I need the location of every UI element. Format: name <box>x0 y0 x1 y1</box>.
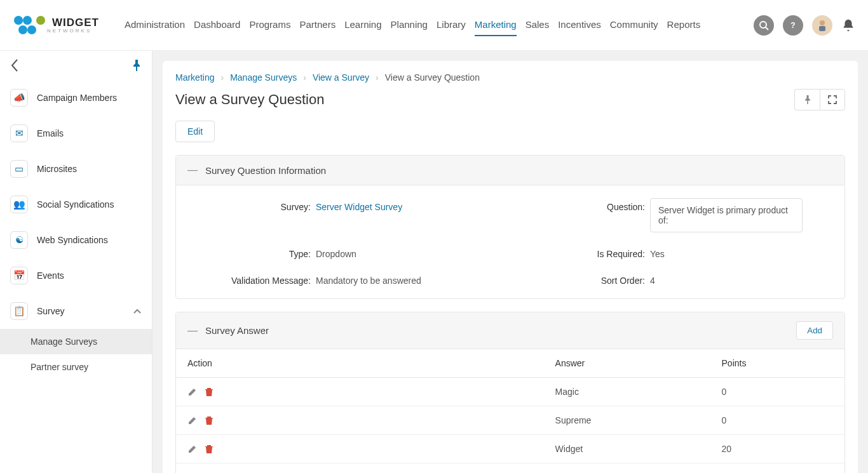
table-row: Magic 0 <box>176 378 844 406</box>
search-icon[interactable] <box>754 15 774 36</box>
question-value: Server Widget is primary product of: <box>650 198 803 232</box>
nav-administration[interactable]: Administration <box>125 14 185 36</box>
sidebar: 📣 Campaign Members ✉ Emails ▭ Microsites… <box>0 51 153 473</box>
collapse-icon[interactable]: — <box>187 325 198 336</box>
chevron-up-icon <box>133 308 142 314</box>
svg-point-0 <box>14 16 23 25</box>
nav-sales[interactable]: Sales <box>526 14 550 36</box>
collapse-icon[interactable]: — <box>187 164 198 176</box>
points-cell: 0 <box>710 378 844 406</box>
trash-icon[interactable] <box>204 387 214 397</box>
points-cell: 20 <box>710 435 844 463</box>
sort-value: 4 <box>650 272 832 286</box>
nav-learning[interactable]: Learning <box>344 14 381 36</box>
sort-label: Sort Order: <box>523 272 650 286</box>
survey-icon: 📋 <box>10 302 28 320</box>
nav-partners[interactable]: Partners <box>299 14 336 36</box>
svg-point-2 <box>18 25 27 34</box>
email-icon: ✉ <box>10 124 28 142</box>
add-answer-button[interactable]: Add <box>796 321 833 340</box>
breadcrumb-marketing[interactable]: Marketing <box>175 72 214 83</box>
sidebar-item-microsites[interactable]: ▭ Microsites <box>0 151 152 187</box>
panel-title: Survey Answer <box>205 325 269 336</box>
pin-page-button[interactable] <box>794 89 820 110</box>
header: WIDGET NETWORKS Administration Dashboard… <box>0 0 868 51</box>
sidebar-sub-manage-surveys[interactable]: Manage Surveys <box>0 329 152 354</box>
main-content: Marketing › Manage Surveys › View a Surv… <box>153 51 868 473</box>
nav-dashboard[interactable]: Dashboard <box>194 14 240 36</box>
title-actions <box>794 89 845 110</box>
answer-panel: — Survey Answer Add Action Answer Points <box>175 312 845 473</box>
chevron-right-icon: › <box>376 72 379 83</box>
answer-cell: Supreme <box>544 406 710 435</box>
table-row: Supreme 0 <box>176 406 844 435</box>
required-value: Yes <box>650 245 832 259</box>
sidebar-item-label: Social Syndications <box>37 199 114 210</box>
answers-table: Action Answer Points Magic 0 <box>176 349 844 473</box>
sidebar-item-label: Web Syndications <box>37 235 108 245</box>
svg-point-5 <box>760 22 766 28</box>
required-label: Is Required: <box>523 245 650 259</box>
edit-icon[interactable] <box>187 387 198 397</box>
chevron-right-icon: › <box>303 72 306 83</box>
nav-reports[interactable]: Reports <box>667 14 701 36</box>
type-label: Type: <box>189 245 316 259</box>
nav-incentives[interactable]: Incentives <box>558 14 601 36</box>
edit-button[interactable]: Edit <box>175 121 215 142</box>
header-right: ? <box>754 15 855 36</box>
trash-icon[interactable] <box>204 444 214 454</box>
svg-point-1 <box>23 16 32 25</box>
main-nav: Administration Dashboard Programs Partne… <box>125 14 754 36</box>
chevron-right-icon: › <box>220 72 224 83</box>
sidebar-item-label: Emails <box>37 128 64 138</box>
sidebar-collapse-icon[interactable] <box>10 58 19 72</box>
sidebar-item-survey[interactable]: 📋 Survey <box>0 293 152 329</box>
events-icon: 📅 <box>10 267 28 284</box>
answer-cell: Widget <box>544 435 710 463</box>
sidebar-item-events[interactable]: 📅 Events <box>0 258 152 293</box>
notifications-icon[interactable] <box>841 18 855 32</box>
avatar[interactable] <box>812 15 832 36</box>
answer-cell: Magic <box>544 378 710 406</box>
nav-library[interactable]: Library <box>437 14 466 36</box>
sidebar-item-campaign-members[interactable]: 📣 Campaign Members <box>0 80 152 116</box>
sidebar-sub-partner-survey[interactable]: Partner survey <box>0 354 152 380</box>
nav-community[interactable]: Community <box>610 14 658 36</box>
fullscreen-button[interactable] <box>820 89 845 110</box>
help-icon[interactable]: ? <box>783 15 803 36</box>
question-label: Question: <box>523 198 650 212</box>
logo-icon <box>13 13 47 37</box>
logo[interactable]: WIDGET NETWORKS <box>13 13 99 37</box>
svg-point-8 <box>820 20 825 25</box>
trash-icon[interactable] <box>204 415 214 425</box>
type-value: Dropdown <box>316 245 498 259</box>
col-answer: Answer <box>544 349 710 378</box>
validation-label: Validation Message: <box>189 272 316 286</box>
nav-planning[interactable]: Planning <box>391 14 428 36</box>
points-cell: 0 <box>710 406 844 435</box>
nav-programs[interactable]: Programs <box>249 14 290 36</box>
sidebar-item-web[interactable]: ☯ Web Syndications <box>0 222 152 258</box>
svg-line-6 <box>766 27 768 30</box>
sidebar-item-emails[interactable]: ✉ Emails <box>0 116 152 151</box>
table-row: Widget 20 <box>176 435 844 463</box>
sidebar-item-label: Events <box>37 270 64 281</box>
validation-value: Mandatory to be answered <box>316 272 498 286</box>
breadcrumb-view-survey[interactable]: View a Survey <box>313 72 369 83</box>
survey-link[interactable]: Server Widget Survey <box>316 202 402 212</box>
sidebar-pin-icon[interactable] <box>132 60 142 71</box>
page-title: View a Survey Question <box>175 91 324 108</box>
edit-icon[interactable] <box>187 415 198 425</box>
sidebar-item-social[interactable]: 👥 Social Syndications <box>0 187 152 222</box>
breadcrumb-manage-surveys[interactable]: Manage Surveys <box>230 72 297 83</box>
answer-cell: Acme <box>544 463 710 474</box>
breadcrumb: Marketing › Manage Surveys › View a Surv… <box>175 72 845 83</box>
panel-title: Survey Question Information <box>205 165 326 176</box>
svg-rect-9 <box>819 26 825 31</box>
nav-marketing[interactable]: Marketing <box>475 14 517 36</box>
logo-subtext: NETWORKS <box>47 28 99 34</box>
edit-icon[interactable] <box>187 444 198 454</box>
col-points: Points <box>710 349 844 378</box>
sidebar-item-label: Microsites <box>37 164 77 174</box>
col-action: Action <box>176 349 544 378</box>
